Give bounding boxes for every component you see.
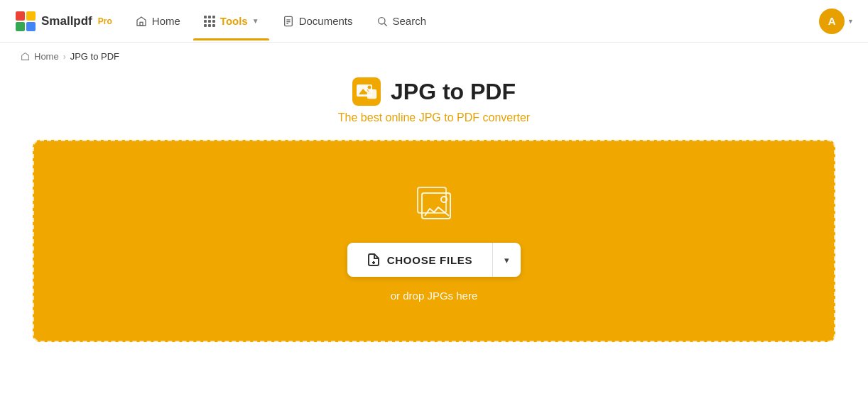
- avatar[interactable]: A: [819, 9, 845, 34]
- document-icon: [282, 15, 295, 28]
- svg-point-14: [367, 86, 371, 89]
- avatar-initial: A: [828, 15, 836, 27]
- home-icon: [135, 15, 148, 28]
- choose-files-label: CHOOSE FILES: [387, 254, 473, 266]
- breadcrumb: Home › JPG to PDF: [0, 43, 868, 70]
- logo-pro-badge: Pro: [98, 16, 112, 26]
- breadcrumb-current: JPG to PDF: [70, 51, 119, 62]
- page-title-icon: [352, 77, 381, 106]
- svg-rect-1: [26, 11, 36, 21]
- drop-zone-icon: [409, 180, 459, 230]
- svg-rect-0: [16, 11, 25, 21]
- navbar: Smallpdf Pro Home Tools ▼: [0, 0, 868, 43]
- logo[interactable]: Smallpdf Pro: [14, 10, 112, 33]
- logo-text: Smallpdf: [41, 14, 92, 28]
- svg-rect-4: [140, 22, 143, 26]
- search-icon: [376, 15, 389, 28]
- logo-icon: [14, 10, 37, 33]
- dropdown-chevron-icon: ▾: [504, 255, 509, 265]
- page-title: JPG to PDF: [391, 79, 516, 105]
- nav-home-label: Home: [152, 15, 180, 27]
- nav-tools-label: Tools: [220, 15, 248, 27]
- drop-hint: or drop JPGs here: [391, 290, 478, 302]
- drop-zone[interactable]: CHOOSE FILES ▾ or drop JPGs here: [33, 140, 835, 342]
- tools-chevron-icon: ▼: [252, 17, 259, 25]
- user-menu[interactable]: A ▼: [819, 9, 854, 34]
- svg-rect-15: [367, 89, 376, 99]
- nav-items: Home Tools ▼: [125, 9, 467, 33]
- page-title-row: JPG to PDF: [352, 77, 516, 106]
- page-subtitle: The best online JPG to PDF converter: [338, 111, 530, 124]
- choose-files-dropdown-button[interactable]: ▾: [493, 243, 521, 277]
- svg-point-9: [378, 17, 384, 23]
- breadcrumb-separator: ›: [63, 52, 66, 62]
- nav-tools[interactable]: Tools ▼: [193, 9, 269, 33]
- choose-files-row: CHOOSE FILES ▾: [347, 243, 521, 277]
- svg-rect-2: [16, 22, 25, 31]
- nav-search-label: Search: [393, 15, 427, 27]
- svg-rect-3: [26, 22, 36, 31]
- grid-icon: [203, 15, 216, 28]
- svg-line-10: [384, 23, 387, 26]
- breadcrumb-home[interactable]: Home: [34, 51, 59, 62]
- nav-documents[interactable]: Documents: [272, 9, 363, 33]
- nav-documents-label: Documents: [299, 15, 353, 27]
- nav-home[interactable]: Home: [125, 9, 190, 33]
- choose-files-icon: [367, 253, 380, 267]
- choose-files-button[interactable]: CHOOSE FILES: [347, 243, 494, 277]
- breadcrumb-home-icon: [20, 52, 30, 62]
- nav-search[interactable]: Search: [366, 9, 437, 33]
- main-content: JPG to PDF The best online JPG to PDF co…: [0, 70, 868, 356]
- avatar-chevron-icon: ▼: [847, 18, 854, 25]
